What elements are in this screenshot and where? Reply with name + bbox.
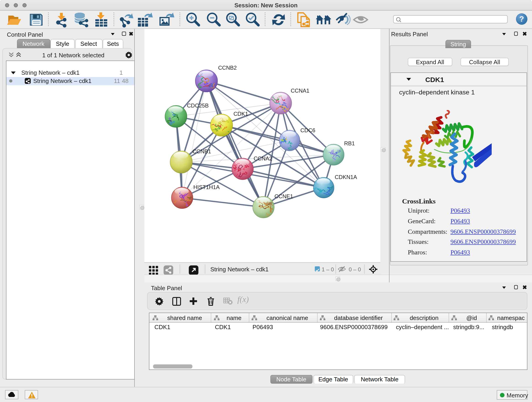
svg-text:CDC6: CDC6 [300, 127, 315, 133]
svg-text:RB1: RB1 [344, 140, 355, 147]
svg-text:CDK1: CDK1 [234, 111, 248, 117]
svg-text:CCNA1: CCNA1 [291, 88, 309, 94]
svg-text:CCNB2: CCNB2 [218, 65, 237, 71]
svg-text:CCNE1: CCNE1 [274, 193, 293, 199]
svg-text:CDKN1A: CDKN1A [335, 174, 357, 180]
svg-text:CCNB1: CCNB1 [192, 148, 211, 154]
svg-text:HIST1H1A: HIST1H1A [193, 184, 220, 190]
svg-text:CCNA2: CCNA2 [254, 155, 272, 162]
svg-text:CDC25B: CDC25B [187, 102, 209, 109]
